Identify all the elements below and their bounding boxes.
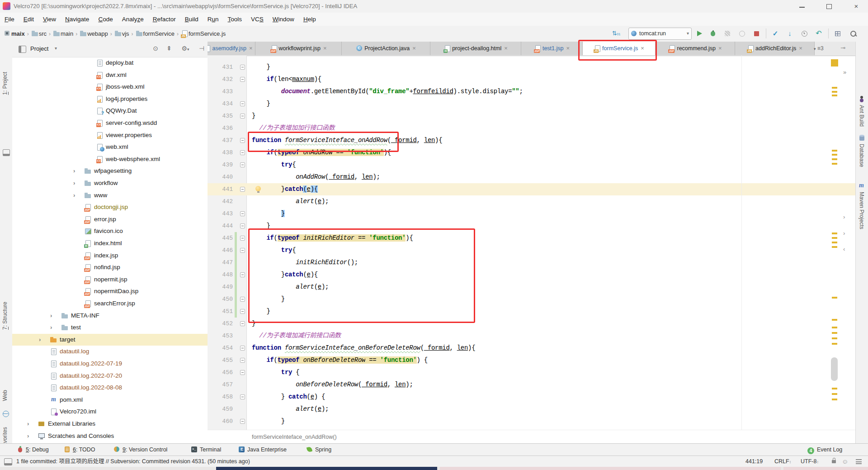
history-button[interactable] (799, 29, 809, 38)
bottom-bar----debug[interactable]: 5: Debug (17, 444, 49, 456)
code-line-445[interactable]: 445 if(typeof initRichEditor == 'functio… (208, 232, 855, 244)
tab-test1.jsp[interactable]: test1.jsp× (521, 42, 583, 55)
line-number[interactable]: 431 (208, 61, 233, 73)
tree-item-workflow[interactable]: ›workflow (12, 177, 208, 190)
event-log-button[interactable]: 4Event Log (807, 444, 842, 456)
breadcrumb-item-maix[interactable]: maix (11, 30, 25, 37)
tree-chevron-icon[interactable]: › (27, 430, 29, 442)
line-number[interactable]: 449 (208, 281, 233, 293)
tab-project-deallog.html[interactable]: project-deallog.html× (430, 42, 521, 55)
fold-marker-icon[interactable] (240, 321, 245, 326)
stripe-database-button[interactable]: Database (859, 144, 865, 167)
tree-item-datautil.log.2022-07-19[interactable]: datautil.log.2022-07-19 (12, 358, 208, 370)
tree-item-deploy.bat[interactable]: deploy.bat (12, 57, 208, 69)
breadcrumb-item-formService[interactable]: formService (143, 30, 175, 37)
tab-recommend.jsp[interactable]: recommend.jsp× (656, 42, 735, 55)
code-line-449[interactable]: 449 alert(e); (208, 281, 855, 293)
tree-item-Velcro720.iml[interactable]: Velcro720.iml (12, 406, 208, 418)
tree-item-index.jsp[interactable]: index.jsp (12, 250, 208, 262)
tree-item-web.xml[interactable]: web.xml (12, 141, 208, 153)
menu-item-help[interactable]: Help (299, 13, 321, 26)
warning-stripe-mark[interactable] (832, 154, 837, 156)
tree-item-wfpagesetting[interactable]: ›wfpagesetting (12, 165, 208, 177)
sort-icon[interactable]: ⇅01 (611, 29, 621, 38)
scrollbar-thumb[interactable] (831, 357, 838, 381)
chev-right-icon[interactable]: › (843, 214, 845, 220)
tab-formService.js[interactable]: formService.js× (583, 42, 656, 55)
code-line-459[interactable]: 459 alert(e); (208, 403, 855, 415)
breadcrumb-item-vjs[interactable]: vjs (122, 30, 129, 37)
warning-stripe-mark[interactable] (832, 91, 837, 93)
line-number[interactable]: 455 (208, 354, 233, 366)
gear-icon[interactable]: ⚙▾ (180, 45, 190, 52)
tree-item-viewer.properties[interactable]: viewer.properties (12, 129, 208, 142)
breadcrumb-item-webapp[interactable]: webapp (87, 30, 108, 37)
fold-marker-icon[interactable] (240, 77, 245, 82)
menu-item-analyze[interactable]: Analyze (118, 13, 148, 26)
line-number[interactable]: 456 (208, 366, 233, 379)
warning-stripe-mark[interactable] (832, 233, 837, 234)
tree-item-www[interactable]: ›www (12, 190, 208, 202)
tree-item-datautil.log[interactable]: datautil.log (12, 346, 208, 358)
line-number[interactable]: 445 (208, 232, 233, 244)
fold-marker-icon[interactable] (240, 65, 245, 70)
warning-stripe-mark[interactable] (832, 163, 837, 165)
close-button[interactable]: × (846, 0, 866, 13)
menu-item-vcs[interactable]: VCS (246, 13, 268, 26)
web-icon[interactable] (3, 411, 9, 417)
stripe-web-button[interactable]: Web (2, 390, 8, 401)
code-line-457[interactable]: 457 onBeforeDeleteRow(_formid, len); (208, 379, 855, 391)
breadcrumb-item-main[interactable]: main (61, 30, 73, 37)
layout-icon[interactable] (833, 29, 843, 38)
hidden-tabs-dropdown[interactable]: ▾ ≡3 (814, 42, 824, 56)
tab-addRichEditor.js[interactable]: addRichEditor.js× (735, 42, 815, 55)
code-line-446[interactable]: 446 try{ (208, 244, 855, 256)
fold-marker-icon[interactable] (240, 211, 245, 216)
warning-stripe-mark[interactable] (832, 332, 837, 334)
code-line-455[interactable]: 455 if(typeof onBeforeDeleteRow == 'func… (208, 354, 855, 366)
profiler-button[interactable] (737, 29, 747, 38)
fold-marker-icon[interactable] (240, 346, 245, 351)
line-number[interactable]: 446 (208, 244, 233, 256)
tree-item-META-INF[interactable]: ›META-INF (12, 310, 208, 322)
line-number[interactable]: 460 (208, 415, 233, 427)
tree-item-External Libraries[interactable]: ›External Libraries (12, 418, 208, 430)
close-icon[interactable]: × (799, 45, 802, 52)
line-number[interactable]: 459 (208, 403, 233, 415)
line-number[interactable]: 438 (208, 147, 233, 159)
warning-stripe-mark[interactable] (832, 399, 837, 400)
code-line-431[interactable]: 431 } (208, 61, 855, 73)
line-number[interactable]: 434 (208, 98, 233, 110)
hide-panel-icon[interactable]: ⊣ (197, 45, 207, 52)
fold-marker-icon[interactable] (240, 236, 245, 241)
code-line-436[interactable]: 436 //为子表增加加行接口函数 (208, 122, 855, 134)
tree-item-dwr.xml[interactable]: dwr.xml (12, 69, 208, 81)
project-pane-icon[interactable] (3, 149, 10, 156)
line-number[interactable]: 458 (208, 391, 233, 403)
inspections-icon[interactable]: ☺ (842, 456, 848, 467)
tree-item-datautil.log.2022-08-08[interactable]: datautil.log.2022-08-08 (12, 382, 208, 394)
tree-chevron-icon[interactable]: › (73, 177, 75, 190)
menu-item-run[interactable]: Run (203, 13, 223, 26)
tree-item-jboss-web.xml[interactable]: jboss-web.xml (12, 81, 208, 93)
fold-marker-icon[interactable] (240, 223, 245, 228)
close-icon[interactable]: × (641, 45, 644, 52)
stop-button[interactable] (751, 29, 761, 38)
line-number[interactable]: 440 (208, 171, 233, 183)
tree-chevron-icon[interactable]: › (73, 165, 75, 177)
tree-item-error.jsp[interactable]: error.jsp (12, 214, 208, 226)
fold-marker-icon[interactable] (240, 101, 245, 106)
tree-item-datautil.log.2022-07-20[interactable]: datautil.log.2022-07-20 (12, 370, 208, 382)
warning-stripe-mark[interactable] (832, 343, 837, 345)
tree-item-server-config.wsdd[interactable]: server-config.wsdd (12, 117, 208, 129)
ant-icon[interactable] (859, 96, 864, 102)
warning-stripe-mark[interactable] (832, 297, 837, 299)
code-line-443[interactable]: 443 } (208, 208, 855, 220)
chev-left-icon[interactable]: ‹ (843, 246, 845, 252)
menu-item-tools[interactable]: Tools (223, 13, 247, 26)
code-line-444[interactable]: 444 } (208, 220, 855, 232)
line-number[interactable]: 457 (208, 379, 233, 391)
stripe-maven-button[interactable]: Maven Projects (859, 192, 865, 229)
status-message[interactable]: 1 file committed: 项目立项的后处理 // Subversion… (16, 456, 250, 467)
menu-item-edit[interactable]: Edit (19, 13, 38, 26)
